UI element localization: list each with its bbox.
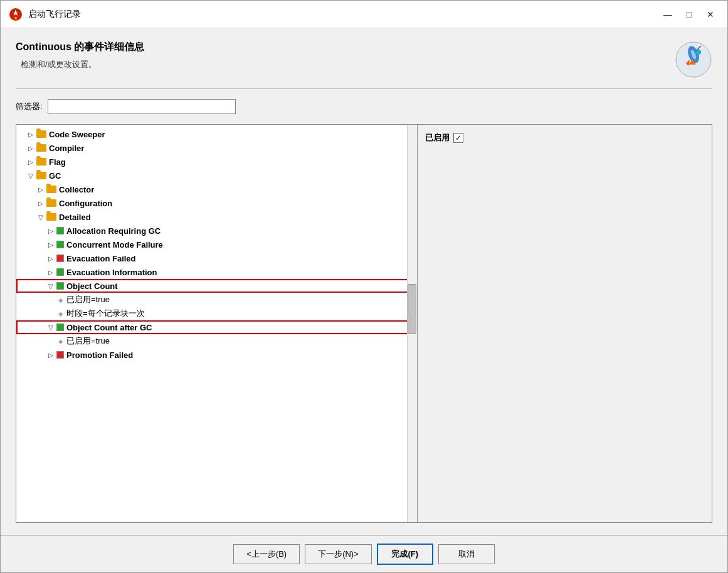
close-button[interactable]: ✕ <box>701 7 720 22</box>
label-detailed: Detailed <box>59 213 91 222</box>
expand-object-count-after-gc-enabled: ◈ <box>56 337 65 345</box>
header-title: Continuous 的事件详细信息 <box>16 41 675 54</box>
right-panel: 已启用 ✓ <box>418 125 712 522</box>
expand-flag[interactable]: ▷ <box>26 157 35 166</box>
tree-item-compiler[interactable]: ▷ Compiler <box>16 141 417 155</box>
tree-item-promotion-failed[interactable]: ▷ Promotion Failed <box>16 348 417 362</box>
expand-promotion-failed[interactable]: ▷ <box>46 350 55 359</box>
label-configuration: Configuration <box>59 199 112 208</box>
label-collector: Collector <box>59 185 94 194</box>
tree-item-configuration[interactable]: ▷ Configuration <box>16 196 417 210</box>
enabled-row: 已启用 ✓ <box>425 132 704 144</box>
expand-compiler[interactable]: ▷ <box>26 144 35 152</box>
expand-object-count-after-gc[interactable]: ▽ <box>46 323 55 332</box>
title-bar: 启动飞行记录 — □ ✕ <box>1 1 727 28</box>
content-area: Continuous 的事件详细信息 检测和/或更改设置。 筛选器: <box>1 28 727 535</box>
filter-input[interactable] <box>48 99 236 114</box>
tree-item-flag[interactable]: ▷ Flag <box>16 155 417 169</box>
event-icon-concurrent-mode-failure <box>56 241 64 248</box>
expand-detailed[interactable]: ▽ <box>36 213 45 221</box>
event-icon-object-count <box>56 282 64 290</box>
expand-object-count[interactable]: ▽ <box>46 281 55 290</box>
scrollbar-track[interactable] <box>407 125 417 522</box>
tree-item-object-count-period[interactable]: ◈ 时段=每个记录块一次 <box>16 307 417 320</box>
tree-item-concurrent-mode-failure[interactable]: ▷ Concurrent Mode Failure <box>16 238 417 251</box>
enabled-label: 已启用 <box>425 132 450 144</box>
folder-icon-gc <box>36 172 46 179</box>
tree-item-detailed[interactable]: ▽ Detailed <box>16 210 417 224</box>
event-icon-allocation-requiring-gc <box>56 227 64 234</box>
header-text-block: Continuous 的事件详细信息 检测和/或更改设置。 <box>16 41 675 70</box>
main-panels: ▷ Code Sweeper ▷ Compiler ▷ Flag <box>16 124 712 523</box>
tree-item-object-count-enabled[interactable]: ◈ 已启用=true <box>16 293 417 307</box>
label-allocation-requiring-gc: Allocation Requiring GC <box>66 226 161 236</box>
expand-evacuation-information[interactable]: ▷ <box>46 268 55 276</box>
expand-evacuation-failed[interactable]: ▷ <box>46 254 55 263</box>
label-object-count-after-gc: Object Count after GC <box>66 323 152 332</box>
header-subtitle: 检测和/或更改设置。 <box>21 59 675 70</box>
filter-label: 筛选器: <box>16 101 43 112</box>
tree-item-evacuation-information[interactable]: ▷ Evacuation Information <box>16 265 417 279</box>
tree-item-object-count-after-gc[interactable]: ▽ Object Count after GC <box>16 320 417 334</box>
tree-item-object-count[interactable]: ▽ Object Count <box>16 279 417 293</box>
expand-collector[interactable]: ▷ <box>36 185 45 194</box>
app-icon <box>8 7 23 22</box>
label-evacuation-failed: Evacuation Failed <box>66 254 136 263</box>
expand-concurrent-mode-failure[interactable]: ▷ <box>46 240 55 249</box>
back-button[interactable]: <上一步(B) <box>233 544 300 564</box>
cancel-button[interactable]: 取消 <box>438 544 495 564</box>
tree-item-object-count-after-gc-enabled[interactable]: ◈ 已启用=true <box>16 334 417 348</box>
label-compiler: Compiler <box>49 144 84 153</box>
maximize-button[interactable]: □ <box>680 7 699 22</box>
finish-button[interactable]: 完成(F) <box>377 544 433 565</box>
bottom-bar: <上一步(B) 下一步(N)> 完成(F) 取消 <box>1 535 727 572</box>
label-flag: Flag <box>49 157 66 167</box>
label-object-count-after-gc-enabled: 已启用=true <box>66 335 110 347</box>
svg-point-8 <box>696 50 701 55</box>
filter-row: 筛选器: <box>16 99 712 114</box>
expand-gc[interactable]: ▽ <box>26 171 35 180</box>
event-icon-object-count-after-gc <box>56 323 64 331</box>
tree-container: ▷ Code Sweeper ▷ Compiler ▷ Flag <box>16 125 417 522</box>
title-bar-left: 启动飞行记录 <box>8 7 81 22</box>
scrollbar-thumb[interactable] <box>408 284 416 334</box>
label-code-sweeper: Code Sweeper <box>49 130 105 139</box>
header-section: Continuous 的事件详细信息 检测和/或更改设置。 <box>16 41 712 78</box>
event-icon-evacuation-information <box>56 268 64 276</box>
left-panel: ▷ Code Sweeper ▷ Compiler ▷ Flag <box>16 125 418 522</box>
expand-configuration[interactable]: ▷ <box>36 199 45 208</box>
label-object-count-period: 时段=每个记录块一次 <box>66 308 145 319</box>
next-button[interactable]: 下一步(N)> <box>305 544 372 564</box>
label-gc: GC <box>49 171 61 181</box>
minimize-button[interactable]: — <box>658 7 677 22</box>
label-evacuation-information: Evacuation Information <box>66 268 157 277</box>
event-icon-promotion-failed <box>56 351 64 359</box>
tree-item-evacuation-failed[interactable]: ▷ Evacuation Failed <box>16 251 417 265</box>
event-icon-evacuation-failed <box>56 255 64 262</box>
main-window: 启动飞行记录 — □ ✕ Continuous 的事件详细信息 检测和/或更改设… <box>0 0 728 573</box>
title-buttons: — □ ✕ <box>658 7 720 22</box>
logo-icon <box>675 41 712 78</box>
label-concurrent-mode-failure: Concurrent Mode Failure <box>66 240 163 250</box>
tree-item-collector[interactable]: ▷ Collector <box>16 182 417 196</box>
folder-icon-configuration <box>46 199 56 207</box>
folder-icon-code-sweeper <box>36 130 46 138</box>
expand-object-count-period: ◈ <box>56 309 65 318</box>
expand-object-count-enabled: ◈ <box>56 295 65 304</box>
folder-icon-detailed <box>46 213 56 221</box>
folder-icon-collector <box>46 186 56 193</box>
expand-code-sweeper[interactable]: ▷ <box>26 130 35 139</box>
tree-item-gc[interactable]: ▽ GC <box>16 169 417 182</box>
folder-icon-flag <box>36 158 46 166</box>
enabled-checkbox[interactable]: ✓ <box>453 133 463 143</box>
folder-icon-compiler <box>36 144 46 152</box>
window-title: 启动飞行记录 <box>28 9 81 20</box>
label-object-count-enabled: 已启用=true <box>66 294 110 305</box>
label-object-count: Object Count <box>66 281 118 291</box>
tree-item-code-sweeper[interactable]: ▷ Code Sweeper <box>16 127 417 141</box>
svg-point-2 <box>14 17 17 19</box>
label-promotion-failed: Promotion Failed <box>66 350 133 360</box>
tree-item-allocation-requiring-gc[interactable]: ▷ Allocation Requiring GC <box>16 224 417 238</box>
separator-1 <box>16 88 712 89</box>
expand-allocation-requiring-gc[interactable]: ▷ <box>46 226 55 235</box>
